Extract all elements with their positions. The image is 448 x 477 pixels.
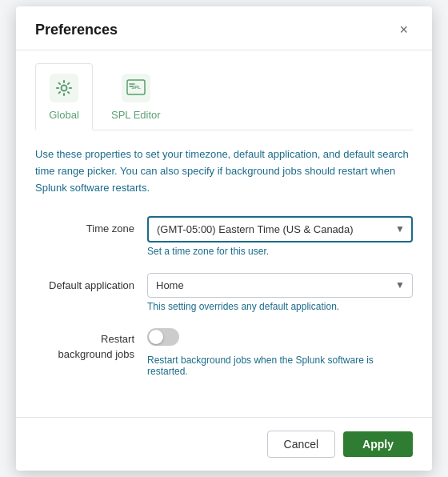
svg-text:SPL: SPL xyxy=(131,85,141,90)
default-app-row: Default application Home Search Dashboar… xyxy=(35,273,413,312)
tab-spl-editor[interactable]: SPL SPL Editor xyxy=(99,63,173,130)
cancel-button[interactable]: Cancel xyxy=(267,431,336,458)
apply-button[interactable]: Apply xyxy=(343,431,413,457)
timezone-select[interactable]: (GMT-05:00) Eastern Time (US & Canada) (… xyxy=(147,216,413,243)
spl-editor-icon: SPL xyxy=(120,72,152,104)
tab-global-label: Global xyxy=(49,109,79,121)
restart-jobs-hint: Restart background jobs when the Splunk … xyxy=(147,355,413,377)
timezone-hint: Set a time zone for this user. xyxy=(147,246,413,257)
default-app-hint: This setting overrides any default appli… xyxy=(147,301,413,312)
preferences-modal: Preferences × Global SPL xyxy=(16,6,432,470)
timezone-select-wrapper: (GMT-05:00) Eastern Time (US & Canada) (… xyxy=(147,216,413,243)
restart-jobs-toggle[interactable] xyxy=(147,328,179,346)
tab-global[interactable]: Global xyxy=(35,63,93,130)
restart-jobs-label: Restartbackground jobs xyxy=(35,328,147,363)
svg-rect-0 xyxy=(50,74,78,102)
tab-spl-label: SPL Editor xyxy=(111,109,161,121)
gear-icon xyxy=(48,72,80,104)
default-app-select-wrapper: Home Search Dashboards ▼ xyxy=(147,273,413,298)
modal-body: Use these properties to set your timezon… xyxy=(16,130,432,408)
timezone-field: (GMT-05:00) Eastern Time (US & Canada) (… xyxy=(147,216,413,257)
timezone-label: Time zone xyxy=(35,216,147,234)
default-app-label: Default application xyxy=(35,273,147,291)
close-button[interactable]: × xyxy=(394,21,413,38)
default-app-field: Home Search Dashboards ▼ This setting ov… xyxy=(147,273,413,312)
restart-jobs-field: Restart background jobs when the Splunk … xyxy=(147,328,413,377)
toggle-track xyxy=(147,328,179,346)
modal-footer: Cancel Apply xyxy=(16,417,432,471)
description-text: Use these properties to set your timezon… xyxy=(35,146,413,196)
timezone-row: Time zone (GMT-05:00) Eastern Time (US &… xyxy=(35,216,413,257)
modal-header: Preferences × xyxy=(16,6,432,50)
toggle-thumb xyxy=(149,330,163,344)
restart-jobs-row: Restartbackground jobs Restart backgroun… xyxy=(35,328,413,377)
modal-title: Preferences xyxy=(35,22,118,38)
default-app-select[interactable]: Home Search Dashboards xyxy=(147,273,413,298)
tabs-container: Global SPL SPL Editor xyxy=(16,50,432,130)
